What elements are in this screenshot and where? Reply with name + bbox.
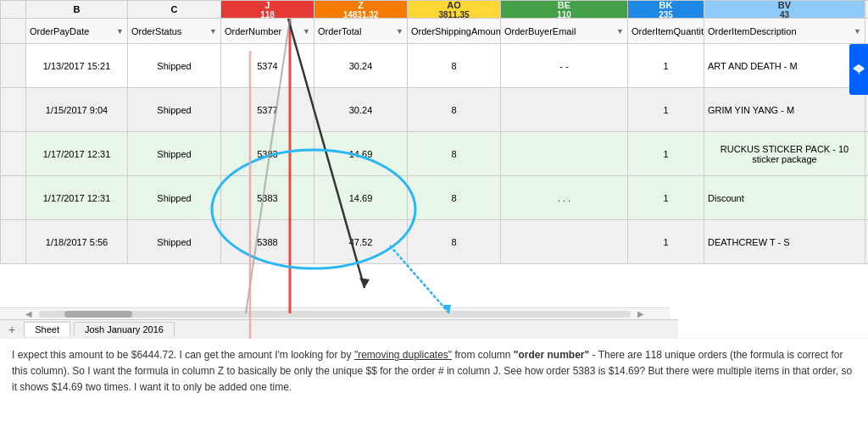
- col-header-last: [865, 0, 868, 19]
- col-header-be: BE 110: [500, 0, 627, 19]
- scroll-track: [39, 311, 631, 318]
- data-header-c: OrderStatus ▼: [127, 19, 220, 44]
- cell-bk-5: 1: [627, 220, 704, 264]
- col-header-j: J 118: [220, 0, 314, 19]
- cell-b-2: 1/15/2017 9:04: [25, 88, 127, 132]
- cell-bk-4: 1: [627, 176, 704, 220]
- cell-be-3: [500, 132, 627, 176]
- sheet-tab-2[interactable]: Josh January 2016: [74, 322, 175, 336]
- col-header-bv: BV 43: [704, 0, 865, 19]
- scroll-left-btn[interactable]: ◀: [25, 309, 32, 318]
- cell-bv-2: GRIM YIN YANG - M: [704, 88, 865, 132]
- sheet-tab-1[interactable]: Sheet: [24, 322, 70, 336]
- cell-j-1: 5374: [220, 44, 314, 88]
- col-header-b: B: [25, 0, 127, 19]
- cell-ao-1: 8: [407, 44, 500, 88]
- cell-c-2: Shipped: [127, 88, 220, 132]
- cell-j-4: 5383: [220, 176, 314, 220]
- col-header-ao: AO 3811.35: [407, 0, 500, 19]
- table-row: 1/15/2017 9:04 Shipped 5377 30.24 8 1 GR…: [0, 88, 868, 132]
- row-num: [0, 132, 25, 176]
- cell-last-3: [865, 132, 868, 176]
- table-row: 1/13/2017 15:21 Shipped 5374 30.24 8 - -…: [0, 44, 868, 88]
- cell-z-2: 30.24: [314, 88, 407, 132]
- cell-ao-4: 8: [407, 176, 500, 220]
- cell-b-4: 1/17/2017 12:31: [25, 176, 127, 220]
- cell-last-5: [865, 220, 868, 264]
- svg-marker-7: [359, 278, 370, 288]
- cell-bk-1: 1: [627, 44, 704, 88]
- data-headers-row: OrderPayDate ▼ OrderStatus ▼ OrderNumber…: [0, 19, 868, 44]
- cell-c-1: Shipped: [127, 44, 220, 88]
- filter-btn-c[interactable]: ▼: [209, 27, 217, 36]
- cell-bv-3: RUCKUS STICKER PACK - 10 sticker package: [704, 132, 865, 176]
- data-header-b: OrderPayDate ▼: [25, 19, 127, 44]
- cell-b-1: 1/13/2017 15:21: [25, 44, 127, 88]
- table-row: 1/17/2017 12:31 Shipped 5383 14.69 8 1 R…: [0, 132, 868, 176]
- col-header-bk: BK 235: [627, 0, 704, 19]
- add-sheet-btn[interactable]: +: [3, 323, 20, 336]
- cell-be-1: - -: [500, 44, 627, 88]
- col-header-c: C: [127, 0, 220, 19]
- cell-c-3: Shipped: [127, 132, 220, 176]
- cell-z-5: 47.52: [314, 220, 407, 264]
- h-scrollbar[interactable]: ◀ ▶: [0, 307, 670, 319]
- cell-j-5: 5388: [220, 220, 314, 264]
- data-header-j: OrderNumber ▼: [220, 19, 314, 44]
- cell-c-5: Shipped: [127, 220, 220, 264]
- cell-bk-3: 1: [627, 132, 704, 176]
- data-header-last: OrderIte... ▼: [865, 19, 868, 44]
- cell-b-3: 1/17/2017 12:31: [25, 132, 127, 176]
- cell-c-4: Shipped: [127, 176, 220, 220]
- table-row: 1/18/2017 5:56 Shipped 5388 47.52 8 1 DE…: [0, 220, 868, 264]
- data-header-bv: OrderItemDescription ▼: [704, 19, 865, 44]
- filter-btn-bv[interactable]: ▼: [854, 27, 861, 36]
- row-num: [0, 88, 25, 132]
- cell-b-5: 1/18/2017 5:56: [25, 220, 127, 264]
- cell-z-3: 14.69: [314, 132, 407, 176]
- filter-btn-z[interactable]: ▼: [396, 27, 403, 36]
- row-num: [0, 220, 25, 264]
- table-row: 1/17/2017 12:31 Shipped 5383 14.69 8 . .…: [0, 176, 868, 220]
- cell-bk-2: 1: [627, 88, 704, 132]
- cell-j-2: 5377: [220, 88, 314, 132]
- cell-be-4: . . .: [500, 176, 627, 220]
- filter-btn-be[interactable]: ▼: [616, 27, 624, 36]
- cell-ao-2: 8: [407, 88, 500, 132]
- corner-cell: [0, 0, 25, 19]
- cell-bv-5: DEATHCREW T - S: [704, 220, 865, 264]
- cell-bv-4: Discount: [704, 176, 865, 220]
- cell-z-1: 30.24: [314, 44, 407, 88]
- col-header-z: Z 14831.32: [314, 0, 407, 19]
- cell-j-3: 5383: [220, 132, 314, 176]
- dropbox-button[interactable]: [849, 44, 868, 95]
- row-num: [0, 44, 25, 88]
- cell-z-4: 14.69: [314, 176, 407, 220]
- sheet-tabs: + Sheet Josh January 2016: [0, 319, 678, 338]
- cell-be-5: [500, 220, 627, 264]
- column-headers-row: B C J 118 Z 14831.32 AO 3811.35: [0, 0, 868, 19]
- filter-btn-j[interactable]: ▼: [303, 27, 310, 36]
- data-header-ao: OrderShippingAmount ▼: [407, 19, 500, 44]
- row-num: [0, 176, 25, 220]
- data-header-be: OrderBuyerEmail ▼: [500, 19, 627, 44]
- filter-btn-b[interactable]: ▼: [116, 27, 124, 36]
- svg-marker-4: [859, 73, 860, 75]
- cell-last-4: [865, 176, 868, 220]
- spreadsheet: B C J 118 Z 14831.32 AO 3811.35: [0, 0, 868, 264]
- annotation-text: I expect this amount to be $6444.72. I c…: [0, 338, 868, 448]
- dropbox-icon: [853, 64, 865, 75]
- data-header-bk: OrderItemQuantity ▼: [627, 19, 704, 44]
- row-num-header: [0, 19, 25, 44]
- cell-ao-3: 8: [407, 132, 500, 176]
- scroll-right-btn[interactable]: ▶: [637, 309, 644, 318]
- cell-bv-1: ART AND DEATH - M: [704, 44, 865, 88]
- cell-ao-5: 8: [407, 220, 500, 264]
- scroll-thumb[interactable]: [64, 311, 132, 318]
- data-header-z: OrderTotal ▼: [314, 19, 407, 44]
- cell-be-2: [500, 88, 627, 132]
